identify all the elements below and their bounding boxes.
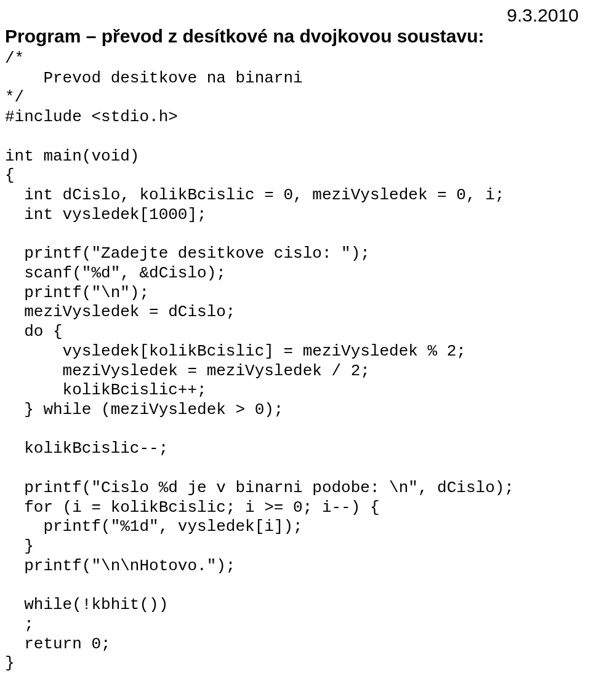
program-heading: Program – převod z desítkové na dvojkovo…	[5, 26, 581, 47]
page: 9.3.2010 Program – převod z desítkové na…	[0, 0, 591, 700]
page-date: 9.3.2010	[507, 5, 579, 26]
code-block: /* Prevod desitkove na binarni */ #inclu…	[5, 49, 581, 674]
